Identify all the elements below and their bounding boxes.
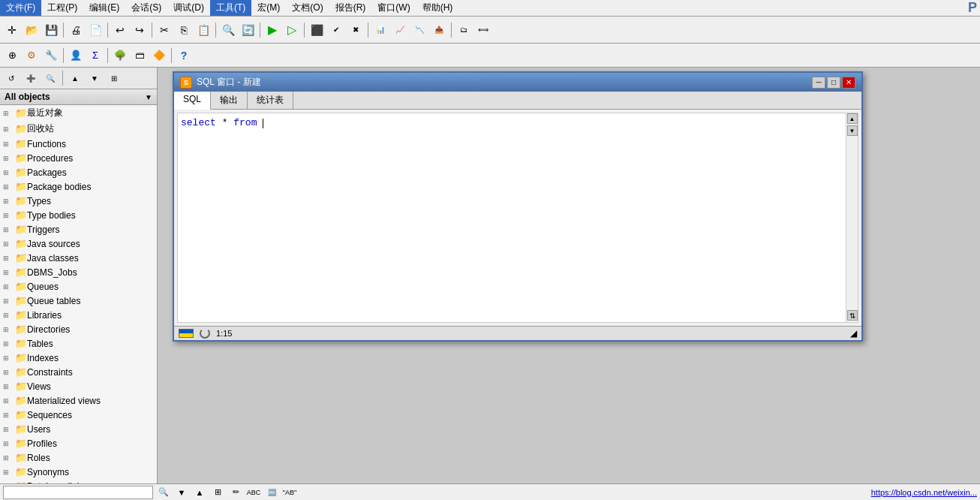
sidebar-item-sequences[interactable]: ⊞ 📁 Sequences	[0, 408, 157, 422]
commit-button[interactable]: ✔	[327, 21, 345, 39]
status-btn-5[interactable]: ✏	[228, 485, 243, 500]
print-button[interactable]: 🖨	[67, 21, 85, 39]
tab-sql[interactable]: SQL	[174, 92, 211, 110]
tool-btn-5[interactable]: Σ	[86, 47, 104, 65]
tool-btn-3[interactable]: 🔧	[42, 47, 60, 65]
sidebar-item-queue-tables[interactable]: ⊞ 📁 Queue tables	[0, 294, 157, 308]
sidebar-btn-4[interactable]: ▲	[66, 69, 84, 87]
status-btn-7[interactable]: 🔤	[264, 485, 279, 500]
menu-help[interactable]: 帮助(H)	[416, 0, 459, 16]
status-btn-6[interactable]: ABC	[246, 485, 261, 500]
explain-button[interactable]: 📊	[371, 21, 389, 39]
sidebar-item-constraints[interactable]: ⊞ 📁 Constraints	[0, 365, 157, 379]
menu-window[interactable]: 窗口(W)	[371, 0, 416, 16]
paste-button[interactable]: 📋	[194, 21, 212, 39]
sql-editor-content[interactable]: select * from	[178, 113, 846, 322]
sidebar-chevron-icon[interactable]: ▼	[145, 93, 152, 101]
status-search-input[interactable]	[3, 486, 153, 499]
menu-session[interactable]: 会话(S)	[125, 0, 167, 16]
sidebar-item-libraries[interactable]: ⊞ 📁 Libraries	[0, 308, 157, 322]
autotrace-button[interactable]: 📈	[391, 21, 409, 39]
export-button[interactable]: 📤	[430, 21, 448, 39]
undo-button[interactable]: ↩	[111, 21, 129, 39]
sidebar-item-users[interactable]: ⊞ 📁 Users	[0, 422, 157, 436]
menu-report[interactable]: 报告(R)	[329, 0, 372, 16]
execute-step-button[interactable]: ▷	[283, 21, 301, 39]
sidebar-item-java-classes[interactable]: ⊞ 📁 Java classes	[0, 251, 157, 265]
menu-project[interactable]: 工程(P)	[41, 0, 83, 16]
stop-button[interactable]: ⬛	[308, 21, 326, 39]
redo-button[interactable]: ↪	[131, 21, 149, 39]
status-btn-8[interactable]: "AB"	[282, 485, 297, 500]
status-resize-icon[interactable]: ◢	[850, 328, 857, 339]
sidebar-btn-1[interactable]: ↺	[2, 69, 20, 87]
tool-btn-1[interactable]: ⊕	[3, 47, 21, 65]
schema-button[interactable]: 🗂	[455, 21, 473, 39]
menu-debug[interactable]: 调试(D)	[167, 0, 210, 16]
sidebar-item-profiles[interactable]: ⊞ 📁 Profiles	[0, 436, 157, 450]
sidebar-btn-3[interactable]: 🔍	[41, 69, 59, 87]
sidebar-item-roles[interactable]: ⊞ 📁 Roles	[0, 450, 157, 465]
sidebar-item-type-bodies[interactable]: ⊞ 📁 Type bodies	[0, 208, 157, 222]
tool-btn-8[interactable]: 🔶	[150, 47, 168, 65]
sidebar-item-indexes[interactable]: ⊞ 📁 Indexes	[0, 351, 157, 365]
menu-file[interactable]: 文件(F)	[0, 0, 41, 16]
execute-button[interactable]: ▶	[263, 21, 281, 39]
tool-btn-2[interactable]: ⚙	[23, 47, 41, 65]
sidebar-item-types[interactable]: ⊞ 📁 Types	[0, 194, 157, 208]
menu-doc[interactable]: 文档(O)	[286, 0, 329, 16]
rollback-button[interactable]: ✖	[347, 21, 365, 39]
status-link[interactable]: https://blog.csdn.net/weixin...	[871, 488, 977, 497]
minimize-button[interactable]: ─	[812, 77, 825, 89]
menu-tools[interactable]: 工具(T)	[210, 0, 251, 16]
sidebar-item-materialized-views[interactable]: ⊞ 📁 Materialized views	[0, 393, 157, 408]
menu-macro[interactable]: 宏(M)	[251, 0, 286, 16]
scroll-extra-button[interactable]: ⇅	[847, 310, 858, 321]
sidebar-item-db-links[interactable]: ⊞ 📁 Database links	[0, 479, 157, 483]
find-button[interactable]: 🔍	[219, 21, 237, 39]
sidebar-item-views[interactable]: ⊞ 📁 Views	[0, 379, 157, 393]
sidebar-item-directories[interactable]: ⊞ 📁 Directories	[0, 322, 157, 336]
sidebar-item-package-bodies[interactable]: ⊞ 📁 Package bodies	[0, 179, 157, 194]
tool-btn-4[interactable]: 👤	[67, 47, 85, 65]
sidebar-item-recycle[interactable]: ⊞ 📁 回收站	[0, 121, 157, 137]
sidebar-item-procedures[interactable]: ⊞ 📁 Procedures	[0, 151, 157, 165]
new-button[interactable]: ✛	[3, 21, 21, 39]
status-btn-3[interactable]: ▲	[192, 485, 207, 500]
sidebar-item-functions[interactable]: ⊞ 📁 Functions	[0, 137, 157, 151]
tool-btn-6[interactable]: 🌳	[111, 47, 129, 65]
copy-button[interactable]: ⎘	[175, 21, 193, 39]
menu-edit[interactable]: 编辑(E)	[83, 0, 125, 16]
status-btn-2[interactable]: ▼	[174, 485, 189, 500]
sidebar-btn-6[interactable]: ⊞	[105, 69, 123, 87]
sidebar-item-dbms-jobs[interactable]: ⊞ 📁 DBMS_Jobs	[0, 265, 157, 279]
maximize-button[interactable]: □	[827, 77, 840, 89]
sidebar-btn-5[interactable]: ▼	[86, 69, 104, 87]
scroll-up-button[interactable]: ▲	[847, 113, 858, 124]
sidebar-item-packages[interactable]: ⊞ 📁 Packages	[0, 165, 157, 179]
expand-icon: ⊞	[3, 283, 15, 291]
status-btn-1[interactable]: 🔍	[156, 485, 171, 500]
sidebar-item-recent[interactable]: ⊞ 📁 最近对象	[0, 105, 157, 121]
replace-button[interactable]: 🔄	[239, 21, 257, 39]
sidebar-item-triggers[interactable]: ⊞ 📁 Triggers	[0, 222, 157, 236]
compare-button[interactable]: ⟺	[474, 21, 492, 39]
tool-btn-help[interactable]: ?	[175, 47, 193, 65]
stats-button[interactable]: 📉	[410, 21, 428, 39]
save-button[interactable]: 💾	[42, 21, 60, 39]
sidebar-item-java-sources[interactable]: ⊞ 📁 Java sources	[0, 236, 157, 251]
scroll-down-button[interactable]: ▼	[847, 125, 858, 136]
open-button[interactable]: 📂	[23, 21, 41, 39]
sidebar-btn-2[interactable]: ➕	[22, 69, 40, 87]
tab-stats[interactable]: 统计表	[248, 92, 293, 109]
tab-output[interactable]: 输出	[211, 92, 248, 109]
print-preview-button[interactable]: 📄	[86, 21, 104, 39]
close-button[interactable]: ✕	[842, 77, 855, 89]
tool-btn-7[interactable]: 🗃	[131, 47, 149, 65]
cut-button[interactable]: ✂	[155, 21, 173, 39]
sidebar-item-tables[interactable]: ⊞ 📁 Tables	[0, 336, 157, 351]
sidebar-item-synonyms[interactable]: ⊞ 📁 Synonyms	[0, 465, 157, 479]
expand-icon: ⊞	[3, 426, 15, 433]
sidebar-item-queues[interactable]: ⊞ 📁 Queues	[0, 279, 157, 294]
status-btn-4[interactable]: ⊞	[210, 485, 225, 500]
